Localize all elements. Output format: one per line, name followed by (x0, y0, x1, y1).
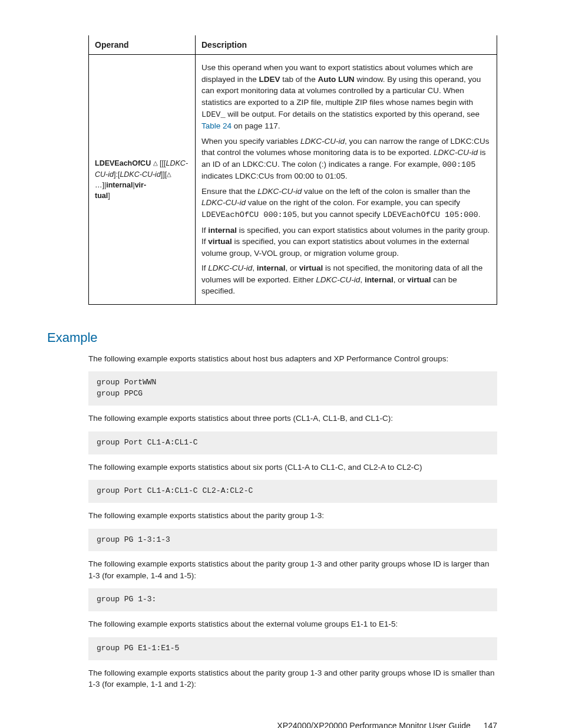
desc-para-2: When you specify variables LDKC-CU-id, y… (201, 136, 491, 182)
code-block-6: group PG E1-1:E1-5 (88, 637, 497, 660)
example-text-2: The following example exports statistics… (88, 413, 497, 424)
operand-description-table: Operand Description LDEVEachOfCU △ [[[LD… (88, 35, 497, 305)
example-text-5: The following example exports statistics… (88, 558, 497, 581)
triangle-icon: △ (153, 159, 158, 168)
page-footer: XP24000/XP20000 Performance Monitor User… (47, 720, 497, 728)
col-header-description: Description (196, 35, 497, 55)
operand-cell: LDEVEachOfCU △ [[[LDKC-CU-id]:[LDKC-CU-i… (89, 55, 196, 305)
example-text-6: The following example exports statistics… (88, 618, 497, 630)
example-text-3: The following example exports statistics… (88, 462, 497, 473)
code-block-5: group PG 1-3: (88, 588, 497, 611)
triangle-icon: △ (167, 170, 171, 179)
col-header-operand: Operand (89, 35, 196, 55)
code-block-1: group PortWWN group PPCG (88, 371, 497, 406)
desc-para-1: Use this operand when you want to export… (201, 62, 491, 131)
code-block-4: group PG 1-3:1-3 (88, 529, 497, 552)
example-heading: Example (47, 328, 497, 347)
code-block-3: group Port CL1-A:CL1-C CL2-A:CL2-C (88, 480, 497, 503)
example-text-7: The following example exports statistics… (88, 667, 497, 690)
desc-para-4: If internal is specified, you can export… (201, 225, 491, 259)
example-text-1: The following example exports statistics… (88, 353, 497, 365)
example-text-4: The following example exports statistics… (88, 510, 497, 522)
description-cell: Use this operand when you want to export… (196, 55, 497, 305)
table-24-link[interactable]: Table 24 (201, 121, 232, 130)
footer-title: XP24000/XP20000 Performance Monitor User… (277, 721, 470, 728)
page-number: 147 (484, 721, 497, 728)
code-block-2: group Port CL1-A:CL1-C (88, 431, 497, 454)
desc-para-5: If LDKC-CU-id, internal, or virtual is n… (201, 262, 491, 297)
desc-para-3: Ensure that the LDKC-CU-id value on the … (201, 186, 491, 221)
